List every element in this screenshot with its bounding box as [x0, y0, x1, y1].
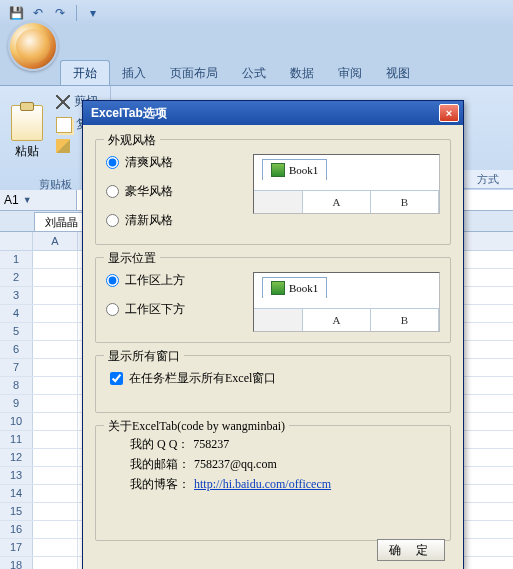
- brush-icon: [56, 139, 70, 153]
- cell[interactable]: [33, 521, 78, 538]
- row-header[interactable]: 7: [0, 359, 33, 376]
- about-mail-label: 我的邮箱：: [130, 454, 190, 474]
- preview-col-b-2: B: [371, 309, 439, 331]
- cell[interactable]: [33, 305, 78, 322]
- radio-luxe-label: 豪华风格: [125, 183, 173, 200]
- about-blog-label: 我的博客：: [130, 474, 190, 494]
- quick-access-toolbar: 💾 ↶ ↷ ▾: [0, 0, 513, 26]
- cell[interactable]: [33, 467, 78, 484]
- office-button[interactable]: [8, 21, 58, 71]
- tab-data[interactable]: 数据: [278, 61, 326, 85]
- radio-luxe-input[interactable]: [106, 185, 119, 198]
- ribbon-tabs: 开始 插入 页面布局 公式 数据 审阅 视图: [0, 62, 513, 85]
- checkbox-taskbar[interactable]: 在任务栏显示所有Excel窗口: [110, 370, 440, 387]
- cell[interactable]: [33, 449, 78, 466]
- tab-home[interactable]: 开始: [60, 60, 110, 85]
- cell[interactable]: [33, 287, 78, 304]
- row-header[interactable]: 18: [0, 557, 33, 569]
- workbook-tab[interactable]: 刘晶晶: [34, 212, 89, 231]
- cell[interactable]: [33, 539, 78, 556]
- row-header[interactable]: 8: [0, 377, 33, 394]
- radio-bottom-label: 工作区下方: [125, 301, 185, 318]
- preview-corner-2: [254, 309, 303, 331]
- preview-corner: [254, 191, 303, 213]
- row-header[interactable]: 3: [0, 287, 33, 304]
- row-header[interactable]: 6: [0, 341, 33, 358]
- row-header[interactable]: 1: [0, 251, 33, 268]
- radio-top-label: 工作区上方: [125, 272, 185, 289]
- tab-formula[interactable]: 公式: [230, 61, 278, 85]
- fieldset-position: 显示位置 工作区上方 工作区下方 Book1 AB: [95, 257, 451, 343]
- about-blog-link[interactable]: http://hi.baidu.com/officecm: [194, 474, 331, 494]
- row-header[interactable]: 14: [0, 485, 33, 502]
- align-group-label: 方式: [463, 170, 513, 189]
- tab-view[interactable]: 视图: [374, 61, 422, 85]
- excel-file-icon: [271, 281, 285, 295]
- radio-new[interactable]: 清新风格: [106, 212, 440, 229]
- row-header[interactable]: 4: [0, 305, 33, 322]
- qat-separator: [76, 5, 77, 21]
- radio-fresh-input[interactable]: [106, 156, 119, 169]
- preview-col-a-2: A: [303, 309, 371, 331]
- row-header[interactable]: 13: [0, 467, 33, 484]
- about-mail-value: 758237@qq.com: [194, 454, 277, 474]
- save-icon[interactable]: 💾: [8, 5, 24, 21]
- row-header[interactable]: 11: [0, 431, 33, 448]
- cell[interactable]: [33, 431, 78, 448]
- about-qq-label: 我的 Q Q：: [130, 434, 189, 454]
- cell[interactable]: [33, 251, 78, 268]
- dialog-titlebar[interactable]: ExcelTab选项 ×: [83, 101, 463, 125]
- tab-review[interactable]: 审阅: [326, 61, 374, 85]
- paste-label: 粘贴: [15, 143, 39, 160]
- row-header[interactable]: 17: [0, 539, 33, 556]
- row-header[interactable]: 12: [0, 449, 33, 466]
- radio-top-input[interactable]: [106, 274, 119, 287]
- cell[interactable]: [33, 413, 78, 430]
- office-button-row: [0, 26, 513, 62]
- cell[interactable]: [33, 269, 78, 286]
- row-header[interactable]: 16: [0, 521, 33, 538]
- row-header[interactable]: 10: [0, 413, 33, 430]
- preview-tab: Book1: [262, 159, 327, 180]
- cell[interactable]: [33, 485, 78, 502]
- row-header[interactable]: 9: [0, 395, 33, 412]
- close-button[interactable]: ×: [439, 104, 459, 122]
- radio-bottom-input[interactable]: [106, 303, 119, 316]
- preview-tab-label: Book1: [289, 164, 318, 176]
- legend-style: 外观风格: [104, 132, 160, 149]
- qat-customize-icon[interactable]: ▾: [85, 5, 101, 21]
- clipboard-icon: [11, 105, 43, 141]
- col-header-a[interactable]: A: [33, 232, 78, 250]
- chevron-down-icon[interactable]: ▼: [23, 195, 32, 205]
- row-header[interactable]: 5: [0, 323, 33, 340]
- radio-new-label: 清新风格: [125, 212, 173, 229]
- paste-button[interactable]: 粘贴: [6, 90, 48, 175]
- row-header[interactable]: 2: [0, 269, 33, 286]
- checkbox-taskbar-input[interactable]: [110, 372, 123, 385]
- scissors-icon: [56, 95, 70, 109]
- cell[interactable]: [33, 395, 78, 412]
- cell[interactable]: [33, 377, 78, 394]
- redo-icon[interactable]: ↷: [52, 5, 68, 21]
- cell[interactable]: [33, 503, 78, 520]
- cell[interactable]: [33, 323, 78, 340]
- copy-icon: [56, 117, 72, 133]
- row-header[interactable]: 15: [0, 503, 33, 520]
- ok-button[interactable]: 确 定: [377, 539, 445, 561]
- undo-icon[interactable]: ↶: [30, 5, 46, 21]
- name-box[interactable]: A1▼: [0, 190, 77, 210]
- cell[interactable]: [33, 341, 78, 358]
- radio-new-input[interactable]: [106, 214, 119, 227]
- legend-showall: 显示所有窗口: [104, 348, 184, 365]
- tab-insert[interactable]: 插入: [110, 61, 158, 85]
- name-box-value: A1: [4, 193, 19, 207]
- select-all-corner[interactable]: [0, 232, 33, 250]
- checkbox-taskbar-label: 在任务栏显示所有Excel窗口: [129, 370, 276, 387]
- cell[interactable]: [33, 359, 78, 376]
- about-qq-value: 758237: [193, 434, 229, 454]
- style-preview: Book1 AB: [253, 154, 440, 214]
- tab-layout[interactable]: 页面布局: [158, 61, 230, 85]
- excel-file-icon: [271, 163, 285, 177]
- dialog-title: ExcelTab选项: [91, 105, 167, 122]
- cell[interactable]: [33, 557, 78, 569]
